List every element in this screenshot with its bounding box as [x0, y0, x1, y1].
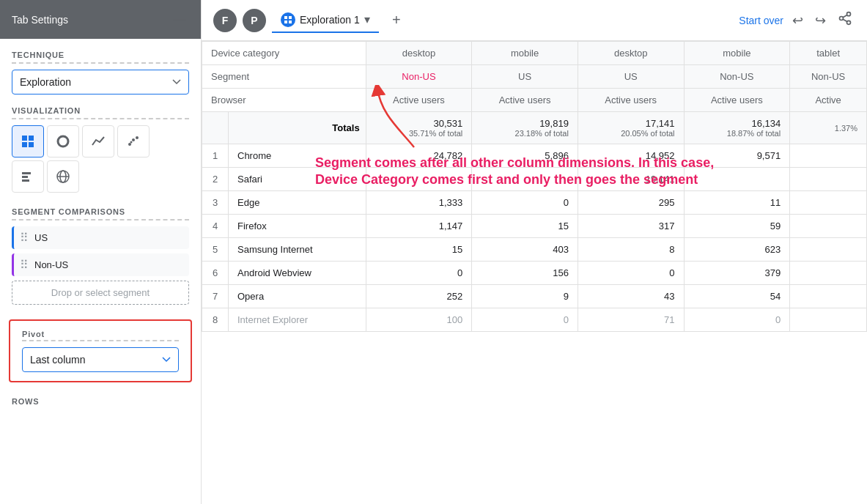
row-num-5: 5 — [202, 238, 229, 262]
start-over-button[interactable]: Start over — [739, 15, 783, 26]
toolbar: F P Exploration 1 ▾ + Start over ↩ ↪ — [202, 0, 867, 41]
sidebar-close-button[interactable]: — — [170, 9, 189, 30]
row-5-val-5 — [790, 238, 867, 262]
th-mobile-1: mobile — [472, 42, 578, 65]
share-button[interactable] — [835, 8, 855, 32]
table-container[interactable]: Device category desktop mobile desktop m… — [202, 41, 867, 504]
svg-rect-3 — [29, 142, 34, 147]
row-label-chrome: Chrome — [229, 144, 366, 168]
redo-button[interactable]: ↪ — [812, 10, 829, 32]
th-desktop-2: desktop — [578, 42, 684, 65]
segment-us[interactable]: ⠿ US — [12, 226, 189, 249]
svg-line-20 — [843, 15, 847, 17]
viz-scatter-button[interactable] — [117, 125, 150, 158]
th-active-3: Active users — [578, 89, 684, 112]
viz-donut-button[interactable] — [47, 125, 79, 158]
row-3-val-4: 11 — [684, 191, 790, 215]
row-3-val-1: 1,333 — [366, 191, 472, 215]
th-desktop-1: desktop — [366, 42, 472, 65]
drop-segment-label: Drop or select segment — [51, 287, 150, 298]
sidebar-header: Tab Settings — — [0, 0, 201, 39]
row-1-val-2: 5,896 — [472, 144, 578, 168]
th-active-5: Active — [790, 89, 867, 112]
visualization-grid — [12, 125, 189, 193]
row-6-val-2: 156 — [472, 262, 578, 285]
svg-point-8 — [136, 136, 139, 139]
th-mobile-2: mobile — [684, 42, 790, 65]
row-4-val-5 — [790, 215, 867, 238]
viz-table-button[interactable] — [12, 125, 44, 158]
totals-val-2: 19,81923.18% of total — [472, 112, 578, 144]
row-3-val-3: 295 — [578, 191, 684, 215]
th-active-4: Active users — [684, 89, 790, 112]
row-7-val-3: 43 — [578, 285, 684, 308]
undo-button[interactable]: ↩ — [789, 10, 806, 32]
row-4-val-1: 1,147 — [366, 215, 472, 238]
technique-select[interactable]: Exploration Funnel exploration Path expl… — [12, 70, 189, 94]
row-2-val-5 — [790, 168, 867, 191]
row-7-val-5 — [790, 285, 867, 308]
svg-point-6 — [128, 143, 131, 146]
sidebar: Tab Settings — TECHNIQUE Exploration Fun… — [0, 0, 202, 504]
drop-segment-area[interactable]: Drop or select segment — [12, 281, 189, 305]
totals-val-3: 17,14120.05% of total — [578, 112, 684, 144]
row-num-3: 3 — [202, 191, 229, 215]
row-2-val-2 — [472, 168, 578, 191]
row-2-val-1 — [366, 168, 472, 191]
totals-val-5: 1.37% — [790, 112, 867, 144]
row-label-ie: Internet Explorer — [229, 308, 366, 332]
data-table: Device category desktop mobile desktop m… — [202, 41, 867, 332]
svg-rect-0 — [22, 136, 27, 141]
viz-line-button[interactable] — [82, 125, 114, 158]
table-row: 4 Firefox 1,147 15 317 59 — [202, 215, 867, 238]
table-row: 8 Internet Explorer 100 0 71 0 — [202, 308, 867, 332]
totals-label: Totals — [229, 112, 366, 144]
active-tab[interactable]: Exploration 1 ▾ — [272, 8, 379, 33]
visualization-label: VISUALIZATION — [12, 106, 189, 119]
row-8-val-5 — [790, 308, 867, 332]
th-active-1: Active users — [366, 89, 472, 112]
row-7-val-1: 252 — [366, 285, 472, 308]
row-5-val-4: 623 — [684, 238, 790, 262]
row-6-val-1: 0 — [366, 262, 472, 285]
segment-us-label: US — [34, 232, 48, 243]
row-7-val-4: 54 — [684, 285, 790, 308]
row-1-val-1: 24,782 — [366, 144, 472, 168]
tab-dropdown-button[interactable]: ▾ — [364, 12, 370, 26]
th-tablet: tablet — [790, 42, 867, 65]
avatar-p-button[interactable]: P — [243, 9, 266, 32]
row-1-val-5 — [790, 144, 867, 168]
th-seg-us-1: US — [472, 65, 578, 89]
th-active-2: Active users — [472, 89, 578, 112]
row-num-7: 7 — [202, 285, 229, 308]
table-row: 6 Android Webview 0 156 0 379 — [202, 262, 867, 285]
totals-row: Totals 30,53135.71% of total 19,81923.18… — [202, 112, 867, 144]
row-5-val-3: 8 — [578, 238, 684, 262]
technique-label: TECHNIQUE — [12, 51, 189, 64]
row-num-1: 1 — [202, 144, 229, 168]
row-4-val-4: 59 — [684, 215, 790, 238]
add-tab-button[interactable]: + — [385, 9, 408, 32]
svg-point-18 — [847, 21, 851, 24]
row-num-4: 4 — [202, 215, 229, 238]
th-seg-us-2: US — [578, 65, 684, 89]
row-6-val-4: 379 — [684, 262, 790, 285]
header-row-segment: Segment Non-US US US Non-US Non-US — [202, 65, 867, 89]
drag-handle-non-us: ⠿ — [20, 258, 29, 272]
row-label-samsung: Samsung Internet — [229, 238, 366, 262]
row-label-opera: Opera — [229, 285, 366, 308]
viz-bar-button[interactable] — [12, 160, 44, 193]
th-seg-non-us-3: Non-US — [790, 65, 867, 89]
svg-rect-11 — [22, 176, 28, 178]
row-2-val-4 — [684, 168, 790, 191]
pivot-select[interactable]: Last column First column None — [22, 347, 179, 372]
row-label-edge: Edge — [229, 191, 366, 215]
totals-val-4: 16,13418.87% of total — [684, 112, 790, 144]
segment-non-us[interactable]: ⠿ Non-US — [12, 253, 189, 276]
svg-point-16 — [847, 12, 851, 16]
segment-non-us-label: Non-US — [34, 259, 68, 270]
viz-geo-button[interactable] — [47, 160, 79, 193]
avatar-f-button[interactable]: F — [213, 9, 237, 32]
svg-point-17 — [840, 17, 844, 21]
th-segment: Segment — [202, 65, 366, 89]
